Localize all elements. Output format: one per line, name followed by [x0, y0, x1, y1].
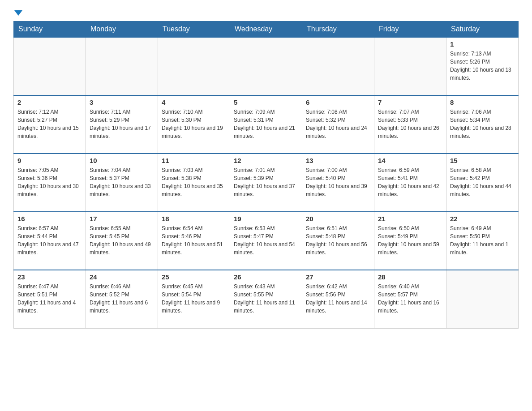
day-info: Sunrise: 7:12 AM Sunset: 5:27 PM Dayligh… [17, 108, 82, 140]
table-row: 9Sunrise: 7:05 AM Sunset: 5:36 PM Daylig… [14, 154, 86, 212]
header-sunday: Sunday [14, 21, 86, 38]
header-monday: Monday [86, 21, 158, 38]
day-number: 9 [17, 157, 82, 164]
table-row: 13Sunrise: 7:00 AM Sunset: 5:40 PM Dayli… [302, 154, 374, 212]
calendar-week-row: 1Sunrise: 7:13 AM Sunset: 5:26 PM Daylig… [14, 37, 519, 95]
day-number: 5 [234, 98, 298, 106]
day-info: Sunrise: 7:01 AM Sunset: 5:39 PM Dayligh… [234, 166, 298, 198]
table-row: 18Sunrise: 6:54 AM Sunset: 5:46 PM Dayli… [158, 212, 230, 270]
day-info: Sunrise: 6:47 AM Sunset: 5:51 PM Dayligh… [17, 283, 82, 315]
day-number: 27 [306, 273, 370, 281]
table-row [14, 37, 86, 95]
day-info: Sunrise: 7:00 AM Sunset: 5:40 PM Dayligh… [306, 166, 370, 198]
table-row: 5Sunrise: 7:09 AM Sunset: 5:31 PM Daylig… [230, 95, 302, 154]
day-info: Sunrise: 6:57 AM Sunset: 5:44 PM Dayligh… [17, 224, 82, 257]
table-row: 21Sunrise: 6:50 AM Sunset: 5:49 PM Dayli… [374, 212, 446, 270]
day-number: 10 [90, 157, 154, 164]
table-row: 27Sunrise: 6:42 AM Sunset: 5:56 PM Dayli… [302, 270, 374, 328]
day-info: Sunrise: 6:59 AM Sunset: 5:41 PM Dayligh… [378, 166, 442, 198]
header-saturday: Saturday [446, 21, 519, 38]
day-info: Sunrise: 7:13 AM Sunset: 5:26 PM Dayligh… [450, 50, 515, 82]
calendar-week-row: 2Sunrise: 7:12 AM Sunset: 5:27 PM Daylig… [14, 95, 519, 154]
header-thursday: Thursday [302, 21, 374, 38]
days-header-row: Sunday Monday Tuesday Wednesday Thursday… [14, 21, 519, 38]
table-row: 25Sunrise: 6:45 AM Sunset: 5:54 PM Dayli… [158, 270, 230, 328]
table-row: 3Sunrise: 7:11 AM Sunset: 5:29 PM Daylig… [86, 95, 158, 154]
day-number: 20 [306, 215, 370, 223]
day-number: 17 [90, 215, 154, 223]
table-row: 14Sunrise: 6:59 AM Sunset: 5:41 PM Dayli… [374, 154, 446, 212]
calendar-week-row: 23Sunrise: 6:47 AM Sunset: 5:51 PM Dayli… [14, 270, 519, 328]
calendar-table: Sunday Monday Tuesday Wednesday Thursday… [13, 21, 519, 329]
table-row: 28Sunrise: 6:40 AM Sunset: 5:57 PM Dayli… [374, 270, 446, 328]
day-info: Sunrise: 7:09 AM Sunset: 5:31 PM Dayligh… [234, 108, 298, 140]
day-number: 7 [378, 98, 442, 106]
calendar-week-row: 16Sunrise: 6:57 AM Sunset: 5:44 PM Dayli… [14, 212, 519, 270]
header-tuesday: Tuesday [158, 21, 230, 38]
day-info: Sunrise: 6:45 AM Sunset: 5:54 PM Dayligh… [162, 283, 226, 315]
day-number: 2 [17, 98, 82, 106]
day-info: Sunrise: 6:51 AM Sunset: 5:48 PM Dayligh… [306, 224, 370, 257]
table-row: 2Sunrise: 7:12 AM Sunset: 5:27 PM Daylig… [14, 95, 86, 154]
day-info: Sunrise: 6:55 AM Sunset: 5:45 PM Dayligh… [90, 224, 154, 257]
day-info: Sunrise: 7:03 AM Sunset: 5:38 PM Dayligh… [162, 166, 226, 198]
day-info: Sunrise: 6:58 AM Sunset: 5:42 PM Dayligh… [450, 166, 515, 198]
day-info: Sunrise: 7:04 AM Sunset: 5:37 PM Dayligh… [90, 166, 154, 198]
table-row: 19Sunrise: 6:53 AM Sunset: 5:47 PM Dayli… [230, 212, 302, 270]
day-info: Sunrise: 7:05 AM Sunset: 5:36 PM Dayligh… [17, 166, 82, 198]
table-row: 4Sunrise: 7:10 AM Sunset: 5:30 PM Daylig… [158, 95, 230, 154]
day-number: 11 [162, 157, 226, 164]
table-row: 8Sunrise: 7:06 AM Sunset: 5:34 PM Daylig… [446, 95, 519, 154]
day-info: Sunrise: 6:50 AM Sunset: 5:49 PM Dayligh… [378, 224, 442, 257]
day-number: 21 [378, 215, 442, 223]
day-info: Sunrise: 6:53 AM Sunset: 5:47 PM Dayligh… [234, 224, 298, 257]
day-info: Sunrise: 7:11 AM Sunset: 5:29 PM Dayligh… [90, 108, 154, 140]
table-row: 7Sunrise: 7:07 AM Sunset: 5:33 PM Daylig… [374, 95, 446, 154]
table-row: 15Sunrise: 6:58 AM Sunset: 5:42 PM Dayli… [446, 154, 519, 212]
day-number: 25 [162, 273, 226, 281]
logo [13, 9, 22, 17]
logo-triangle-icon [14, 10, 22, 16]
day-info: Sunrise: 7:10 AM Sunset: 5:30 PM Dayligh… [162, 108, 226, 140]
day-info: Sunrise: 6:49 AM Sunset: 5:50 PM Dayligh… [450, 224, 515, 257]
day-number: 6 [306, 98, 370, 106]
day-number: 16 [17, 215, 82, 223]
table-row: 12Sunrise: 7:01 AM Sunset: 5:39 PM Dayli… [230, 154, 302, 212]
table-row: 11Sunrise: 7:03 AM Sunset: 5:38 PM Dayli… [158, 154, 230, 212]
table-row: 16Sunrise: 6:57 AM Sunset: 5:44 PM Dayli… [14, 212, 86, 270]
day-info: Sunrise: 6:43 AM Sunset: 5:55 PM Dayligh… [234, 283, 298, 315]
day-info: Sunrise: 6:54 AM Sunset: 5:46 PM Dayligh… [162, 224, 226, 257]
day-number: 8 [450, 98, 515, 106]
day-info: Sunrise: 6:42 AM Sunset: 5:56 PM Dayligh… [306, 283, 370, 315]
table-row: 22Sunrise: 6:49 AM Sunset: 5:50 PM Dayli… [446, 212, 519, 270]
day-number: 15 [450, 157, 515, 164]
day-number: 19 [234, 215, 298, 223]
table-row: 1Sunrise: 7:13 AM Sunset: 5:26 PM Daylig… [446, 37, 519, 95]
table-row [158, 37, 230, 95]
table-row: 17Sunrise: 6:55 AM Sunset: 5:45 PM Dayli… [86, 212, 158, 270]
day-info: Sunrise: 7:07 AM Sunset: 5:33 PM Dayligh… [378, 108, 442, 140]
day-number: 18 [162, 215, 226, 223]
table-row [302, 37, 374, 95]
page-header [13, 9, 519, 17]
day-number: 22 [450, 215, 515, 223]
day-number: 26 [234, 273, 298, 281]
day-number: 14 [378, 157, 442, 164]
calendar-week-row: 9Sunrise: 7:05 AM Sunset: 5:36 PM Daylig… [14, 154, 519, 212]
day-number: 23 [17, 273, 82, 281]
table-row: 23Sunrise: 6:47 AM Sunset: 5:51 PM Dayli… [14, 270, 86, 328]
day-number: 24 [90, 273, 154, 281]
day-number: 1 [450, 40, 515, 48]
day-number: 13 [306, 157, 370, 164]
table-row [446, 270, 519, 328]
day-info: Sunrise: 6:40 AM Sunset: 5:57 PM Dayligh… [378, 283, 442, 315]
table-row: 10Sunrise: 7:04 AM Sunset: 5:37 PM Dayli… [86, 154, 158, 212]
table-row: 6Sunrise: 7:08 AM Sunset: 5:32 PM Daylig… [302, 95, 374, 154]
table-row: 20Sunrise: 6:51 AM Sunset: 5:48 PM Dayli… [302, 212, 374, 270]
day-number: 4 [162, 98, 226, 106]
table-row [86, 37, 158, 95]
table-row [230, 37, 302, 95]
table-row [374, 37, 446, 95]
table-row: 26Sunrise: 6:43 AM Sunset: 5:55 PM Dayli… [230, 270, 302, 328]
day-number: 28 [378, 273, 442, 281]
